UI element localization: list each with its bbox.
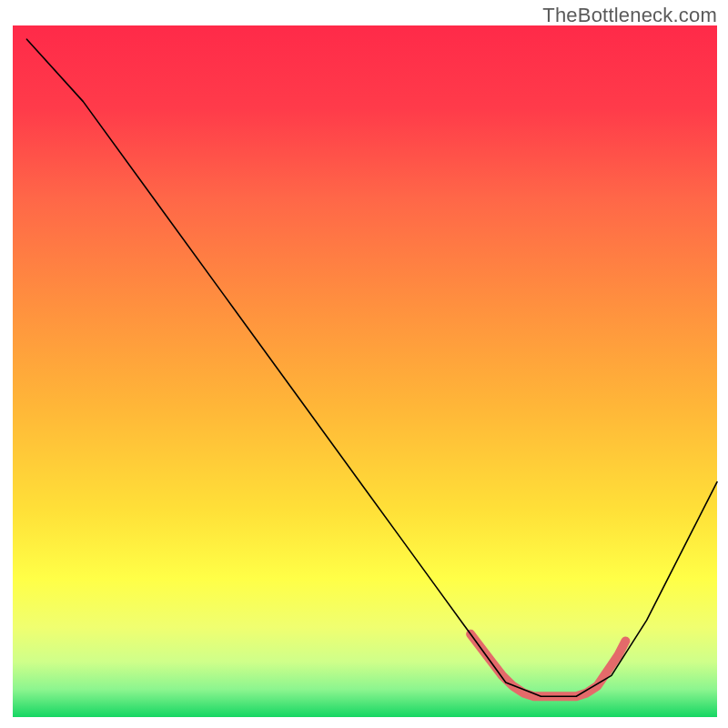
chart-container: TheBottleneck.com <box>0 0 728 728</box>
gradient-background <box>13 25 717 717</box>
bottleneck-chart <box>0 0 728 728</box>
watermark-text: TheBottleneck.com <box>542 4 717 27</box>
